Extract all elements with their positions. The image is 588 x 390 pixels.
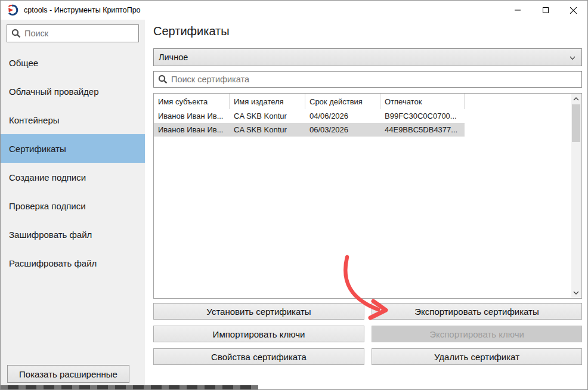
table-column-header[interactable]: Имя издателя (230, 94, 305, 109)
sidebar-item-verify-signature[interactable]: Проверка подписи (1, 191, 145, 220)
sidebar-item-label: Облачный провайдер (9, 86, 99, 97)
page-title: Сертификаты (153, 24, 230, 38)
import-keys-button[interactable]: Импортировать ключи (153, 326, 364, 342)
sidebar-item-encrypt-file[interactable]: Зашифровать файл (1, 220, 145, 249)
sidebar-item-cloud-provider[interactable]: Облачный провайдер (1, 77, 145, 106)
close-icon (570, 7, 577, 14)
sidebar-item-create-signature[interactable]: Создание подписи (1, 163, 145, 191)
scroll-down-button[interactable] (571, 288, 581, 298)
window-controls (503, 1, 587, 20)
sidebar-item-label: Зашифровать файл (9, 230, 92, 240)
main-panel: Сертификаты Личное Имя субъектаИмя издат… (145, 20, 587, 389)
export-certificates-button[interactable]: Экспортировать сертификаты (372, 303, 582, 320)
sidebar-item-label: Общее (9, 58, 38, 68)
install-certificates-button[interactable]: Установить сертификаты (153, 303, 364, 320)
chevron-up-icon (573, 97, 579, 101)
maximize-icon (542, 7, 549, 14)
maximize-button[interactable] (531, 1, 559, 20)
export-keys-button: Экспортировать ключи (372, 326, 582, 342)
sidebar-search-input[interactable] (24, 25, 138, 42)
table-cell: CA SKB Kontur (230, 109, 305, 123)
sidebar-item-label: Проверка подписи (9, 201, 86, 211)
sidebar-item-label: Сертификаты (9, 144, 66, 154)
table-column-header[interactable]: Имя субъекта (154, 94, 230, 109)
sidebar-item-general[interactable]: Общее (1, 48, 145, 77)
show-advanced-button[interactable]: Показать расширенные (7, 365, 129, 383)
certificate-properties-button[interactable]: Свойства сертификата (153, 348, 364, 365)
table-row[interactable]: Иванов Иван Ив...CA SKB Kontur04/06/2026… (154, 109, 465, 123)
table-cell: Иванов Иван Ив... (154, 109, 230, 123)
chevron-down-icon (569, 54, 576, 61)
table-cell: 06/03/2026 (305, 123, 380, 137)
table-row[interactable]: Иванов Иван Ив...CA SKB Kontur06/03/2026… (154, 123, 465, 137)
table-cell: 44E9BBC5DB4377... (380, 123, 465, 137)
store-select-value: Личное (159, 52, 188, 62)
minimize-icon (514, 7, 521, 14)
scroll-up-button[interactable] (571, 94, 581, 104)
certificate-store-select[interactable]: Личное (153, 48, 582, 66)
certificate-search-input[interactable] (171, 72, 581, 87)
app-window: cptools - Инструменты КриптоПро ОбщееОбл… (0, 0, 588, 390)
sidebar-item-certificates[interactable]: Сертификаты (1, 134, 145, 163)
table-cell: B99FC30C0C0700... (380, 109, 465, 123)
close-button[interactable] (559, 1, 587, 20)
search-icon (158, 75, 168, 84)
action-buttons: Установить сертификатыЭкспортировать сер… (153, 303, 582, 365)
table-header: Имя субъектаИмя издателяСрок действияОтп… (154, 94, 581, 109)
certificates-table: Имя субъектаИмя издателяСрок действияОтп… (153, 93, 582, 299)
delete-certificate-button[interactable]: Удалить сертификат (372, 348, 582, 365)
titlebar: cptools - Инструменты КриптоПро (1, 1, 587, 20)
certificate-search-box[interactable] (153, 71, 582, 88)
app-logo-icon (7, 4, 19, 16)
sidebar-item-label: Контейнеры (9, 115, 60, 125)
sidebar-nav: ОбщееОблачный провайдерКонтейнерыСертифи… (1, 48, 145, 277)
sidebar-item-label: Расшифровать файл (9, 258, 97, 268)
table-body: Иванов Иван Ив...CA SKB Kontur04/06/2026… (154, 109, 581, 137)
chevron-down-icon (573, 290, 579, 295)
vertical-scrollbar[interactable] (571, 94, 581, 298)
sidebar-item-containers[interactable]: Контейнеры (1, 106, 145, 134)
sidebar-search-box[interactable] (7, 24, 139, 42)
sidebar: ОбщееОблачный провайдерКонтейнерыСертифи… (1, 20, 145, 389)
table-cell: CA SKB Kontur (230, 123, 305, 137)
table-cell: Иванов Иван Ив... (154, 123, 230, 137)
scrollbar-thumb[interactable] (572, 104, 580, 142)
table-column-header[interactable]: Отпечаток (380, 94, 465, 109)
table-cell: 04/06/2026 (305, 109, 380, 123)
search-icon (11, 29, 21, 38)
sidebar-item-label: Создание подписи (9, 172, 86, 182)
background-artifact (1, 385, 258, 389)
window-title: cptools - Инструменты КриптоПро (24, 6, 141, 14)
table-column-header[interactable]: Срок действия (305, 94, 380, 109)
sidebar-item-decrypt-file[interactable]: Расшифровать файл (1, 249, 145, 277)
minimize-button[interactable] (503, 1, 531, 20)
